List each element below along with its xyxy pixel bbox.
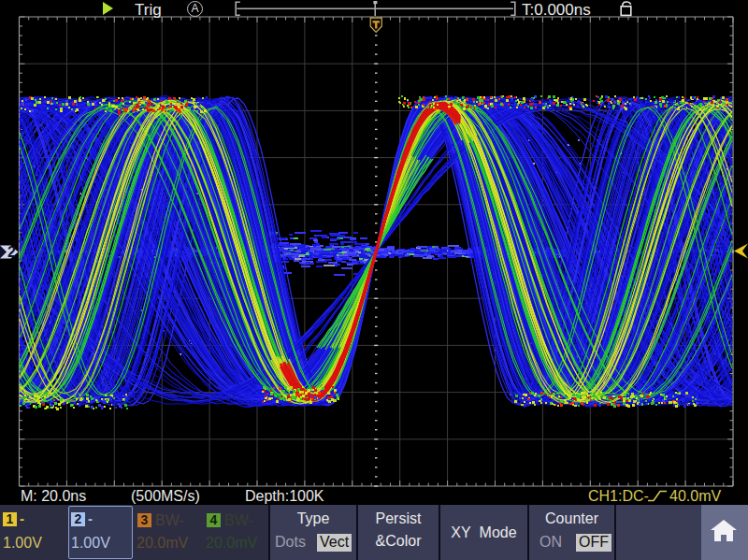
svg-text:2: 2 (7, 244, 16, 260)
